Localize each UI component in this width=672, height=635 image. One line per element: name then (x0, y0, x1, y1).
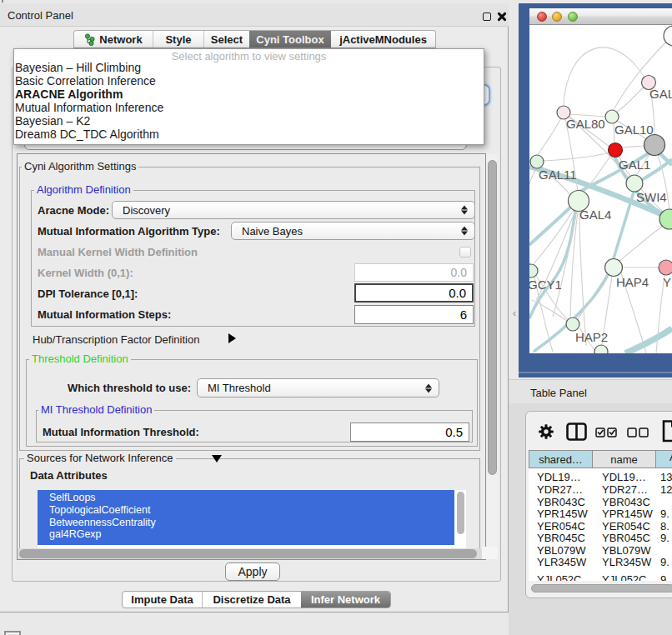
svg-text:SWI4: SWI4 (636, 190, 667, 204)
svg-text:GAL4: GAL4 (579, 208, 611, 222)
svg-text:HAP2: HAP2 (575, 330, 608, 344)
svg-text:GAL11: GAL11 (539, 168, 577, 182)
svg-text:GAL1: GAL1 (619, 158, 650, 172)
svg-text:HAP4: HAP4 (616, 275, 649, 289)
svg-text:GAL80: GAL80 (566, 117, 605, 131)
svg-text:Y: Y (663, 275, 671, 289)
svg-text:GAL80: GAL80 (649, 87, 672, 101)
svg-text:GAL10: GAL10 (614, 122, 654, 137)
svg-text:GCY1: GCY1 (529, 278, 562, 292)
